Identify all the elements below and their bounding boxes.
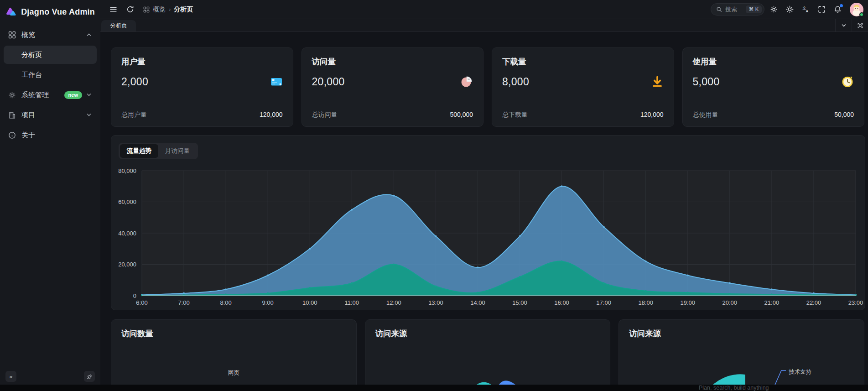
gear-icon — [770, 5, 778, 13]
gear-icon — [8, 91, 16, 99]
x-axis-tick: 14:00 — [470, 299, 485, 306]
stat-footer-label: 总下载量 — [502, 111, 528, 119]
refresh-icon — [126, 5, 134, 13]
breadcrumb-current: 分析页 — [174, 5, 193, 14]
visit-source-card-1: 访问来源 — [365, 319, 611, 385]
sidebar-item-overview[interactable]: 概览 — [4, 26, 97, 44]
topbar: 概览 › 分析页 搜索 ⌘ K 文A — [100, 0, 868, 19]
search-icon — [716, 6, 722, 12]
pie-chart-fragment[interactable] — [619, 319, 864, 385]
stat-title: 下载量 — [502, 56, 664, 67]
menu-toggle-button[interactable] — [107, 3, 120, 16]
visit-source-card-2: 访问来源 技术支持 — [619, 319, 864, 385]
maximize-icon — [857, 22, 863, 29]
sidebar-item-label: 概览 — [21, 31, 35, 39]
tab-traffic-trend[interactable]: 流量趋势 — [120, 144, 158, 158]
stat-footer-value: 120,000 — [260, 111, 283, 119]
stat-card-downloads: 下载量 8,000 总下载量 120,000 — [492, 47, 674, 127]
pie-chart-fragment[interactable] — [365, 319, 611, 385]
tab-monthly-visits[interactable]: 月访问量 — [158, 144, 197, 158]
y-axis-tick: 20,000 — [118, 261, 136, 268]
x-axis-tick: 12:00 — [386, 299, 401, 306]
sidebar-footer: « — [0, 371, 100, 382]
content-maximize-button[interactable] — [852, 19, 868, 31]
main-content: 用户量 2,000 总用户量 120,000 访问量 20,000 — [100, 32, 868, 385]
stat-title: 访问量 — [312, 56, 473, 67]
online-status-dot — [859, 12, 864, 17]
tab-analysis[interactable]: 分析页 — [101, 20, 136, 31]
refresh-button[interactable] — [124, 3, 137, 16]
download-icon — [651, 75, 664, 88]
sidebar-item-label: 分析页 — [21, 51, 42, 59]
credit-card-icon — [270, 75, 283, 88]
bottom-strip: Plan, search, build anything — [0, 385, 868, 391]
sidebar-item-label: 系统管理 — [21, 91, 49, 99]
tabbar: 分析页 — [100, 19, 868, 32]
notifications-button[interactable] — [831, 3, 844, 16]
sidebar: Djagno Vue Admin 概览 分析页 工作台 系统管理 new — [0, 0, 100, 385]
x-axis-tick: 15:00 — [512, 299, 527, 306]
x-axis-tick: 19:00 — [680, 299, 695, 306]
stat-footer-value: 500,000 — [450, 111, 473, 119]
chart-tab-switcher: 流量趋势 月访问量 — [119, 143, 198, 159]
x-axis-tick: 11:00 — [345, 299, 359, 306]
sidebar-item-label: 关于 — [21, 131, 35, 140]
theme-toggle-button[interactable] — [783, 3, 796, 16]
search-input[interactable]: 搜索 ⌘ K — [711, 3, 764, 16]
stat-card-usage: 使用量 5,000 总使用量 50,000 — [682, 47, 865, 127]
tabbar-controls — [835, 19, 868, 31]
x-axis-tick: 8:00 — [220, 299, 231, 306]
stat-cards-row: 用户量 2,000 总用户量 120,000 访问量 20,000 — [100, 32, 868, 127]
y-axis-tick: 60,000 — [118, 198, 136, 205]
pie-chart-icon: % — [460, 75, 473, 88]
stat-value: 2,000 — [121, 76, 148, 88]
sidebar-item-system[interactable]: 系统管理 new — [4, 86, 97, 104]
stat-value: 5,000 — [693, 76, 720, 88]
chevron-down-icon — [841, 22, 847, 29]
stat-footer-value: 120,000 — [640, 111, 664, 119]
stat-footer-value: 50,000 — [834, 111, 854, 119]
sidebar-item-analysis[interactable]: 分析页 — [4, 46, 97, 64]
sidebar-pin-button[interactable] — [84, 371, 95, 382]
y-axis-tick: 0 — [133, 292, 136, 299]
grid-icon — [143, 6, 150, 13]
translate-icon: 文A — [802, 5, 810, 13]
x-axis-tick: 18:00 — [638, 299, 653, 306]
x-axis-tick: 23:00 — [848, 299, 863, 306]
breadcrumb: 概览 › 分析页 — [143, 5, 193, 14]
x-axis-tick: 21:00 — [764, 299, 780, 306]
new-badge: new — [64, 91, 82, 99]
grid-icon — [8, 31, 16, 39]
stat-value: 20,000 — [312, 76, 345, 88]
x-axis-tick: 20:00 — [722, 299, 738, 306]
stat-footer-label: 总访问量 — [312, 111, 338, 119]
sidebar-item-workbench[interactable]: 工作台 — [4, 66, 97, 84]
radar-chart-fragment[interactable] — [111, 319, 357, 385]
stat-title: 使用量 — [693, 56, 854, 67]
app-logo-icon — [5, 5, 17, 19]
stat-card-visits: 访问量 20,000 % 总访问量 500,000 — [301, 47, 484, 127]
traffic-trend-chart[interactable]: 020,00040,00060,00080,0006:007:008:009:0… — [111, 162, 866, 308]
hamburger-icon — [109, 5, 117, 13]
sidebar-item-projects[interactable]: 项目 — [4, 106, 97, 124]
x-axis-tick: 10:00 — [302, 299, 317, 306]
info-icon — [8, 131, 16, 139]
bottom-cards-row: 访问数量 网页 访问来源 访问来源 技术支持 — [100, 310, 868, 385]
language-button[interactable]: 文A — [799, 3, 812, 16]
fullscreen-button[interactable] — [815, 3, 828, 16]
sidebar-collapse-button[interactable]: « — [5, 371, 16, 382]
chevron-up-icon — [86, 31, 92, 38]
x-axis-tick: 17:00 — [596, 299, 611, 306]
clock-icon — [841, 75, 854, 88]
settings-button[interactable] — [767, 3, 780, 16]
x-axis-tick: 22:00 — [806, 299, 821, 306]
sidebar-item-about[interactable]: 关于 — [4, 126, 97, 144]
avatar[interactable] — [850, 3, 863, 16]
app-logo-row[interactable]: Djagno Vue Admin — [0, 0, 100, 24]
svg-text:%: % — [468, 78, 470, 81]
sidebar-item-label: 项目 — [21, 111, 35, 120]
breadcrumb-root[interactable]: 概览 — [153, 5, 166, 14]
x-axis-tick: 13:00 — [428, 299, 443, 306]
tabs-dropdown-button[interactable] — [835, 19, 852, 31]
building-icon — [8, 111, 16, 119]
